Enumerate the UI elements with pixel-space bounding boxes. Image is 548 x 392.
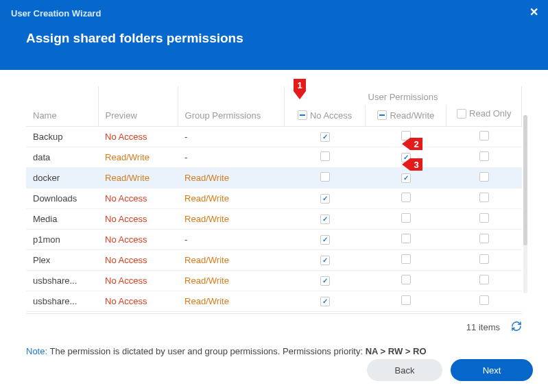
checkbox-ro[interactable] (479, 295, 489, 305)
checkbox-ro[interactable] (479, 275, 489, 284)
checkbox-na[interactable] (320, 235, 330, 245)
cell-group-permissions: Read/Write (178, 208, 284, 229)
scrollbar[interactable] (523, 115, 527, 293)
cell-group-permissions: - (178, 126, 284, 147)
table-row[interactable]: p1monNo Access- (26, 229, 522, 249)
table-body: BackupNo Access-dataRead/Write-dockerRea… (26, 126, 522, 311)
checkbox-na[interactable] (320, 194, 330, 204)
table-row[interactable]: MediaNo AccessRead/Write (26, 208, 522, 229)
table-row[interactable]: usbshare...No AccessRead/Write (26, 291, 522, 311)
back-button[interactable]: Back (367, 359, 442, 381)
cell-group-permissions: Read/Write (178, 291, 284, 311)
checkbox-rw[interactable] (401, 153, 411, 162)
cell-group-permissions: Read/Write (178, 167, 284, 188)
cell-name: Media (26, 208, 98, 229)
cell-na (285, 147, 366, 167)
col-header-read-only[interactable]: Read Only (446, 105, 522, 126)
checkbox-rw[interactable] (401, 213, 411, 223)
next-button[interactable]: Next (451, 359, 533, 381)
cell-group-permissions: Read/Write (178, 249, 284, 270)
col-header-name[interactable]: Name (26, 86, 98, 126)
checkbox-na[interactable] (320, 256, 330, 265)
checkbox-ro[interactable] (479, 234, 489, 243)
checkbox-na[interactable] (320, 276, 330, 286)
checkbox-na[interactable] (320, 132, 330, 142)
wizard-buttons: Back Next (367, 359, 533, 381)
cell-rw (366, 126, 446, 147)
header-checkbox-no-access[interactable] (298, 110, 307, 120)
cell-group-permissions: - (178, 229, 284, 249)
note-label: Note: (26, 346, 47, 356)
cell-name: p1mon (26, 229, 98, 249)
cell-group-permissions: Read/Write (178, 270, 284, 291)
cell-rw (366, 249, 446, 270)
col-header-no-access[interactable]: No Access (285, 105, 366, 126)
checkbox-ro[interactable] (479, 172, 489, 182)
checkbox-rw[interactable] (401, 193, 411, 202)
close-icon[interactable]: ✕ (529, 5, 538, 19)
page-title: Assign shared folders permissions (0, 19, 548, 46)
checkbox-na[interactable] (320, 172, 330, 182)
checkbox-ro[interactable] (479, 151, 489, 161)
col-header-user-permissions: User Permissions (285, 86, 522, 105)
scrollbar-thumb[interactable] (523, 115, 527, 245)
window-title: User Creation Wizard (0, 0, 548, 19)
checkbox-rw[interactable] (401, 131, 411, 140)
header-checkbox-read-write[interactable] (377, 110, 387, 120)
cell-na (285, 291, 366, 311)
cell-name: data (26, 147, 98, 167)
cell-ro (446, 167, 522, 188)
checkbox-ro[interactable] (479, 254, 489, 264)
cell-preview: No Access (98, 229, 178, 249)
cell-name: usbshare... (26, 270, 98, 291)
cell-name: Downloads (26, 188, 98, 208)
cell-ro (446, 147, 522, 167)
cell-rw (366, 291, 446, 311)
refresh-icon[interactable] (511, 321, 522, 334)
table-row[interactable]: DownloadsNo AccessRead/Write (26, 188, 522, 208)
checkbox-na[interactable] (320, 297, 330, 306)
table-row[interactable]: usbshare...No AccessRead/Write (26, 270, 522, 291)
checkbox-rw[interactable] (401, 254, 411, 264)
header-checkbox-read-only[interactable] (457, 109, 466, 119)
cell-preview: No Access (98, 249, 178, 270)
table-row[interactable]: dockerRead/WriteRead/Write (26, 167, 522, 188)
cell-preview: No Access (98, 188, 178, 208)
col-header-group[interactable]: Group Permissions (178, 86, 284, 126)
window-header: User Creation Wizard Assign shared folde… (0, 0, 548, 70)
checkbox-ro[interactable] (479, 213, 489, 223)
checkbox-ro[interactable] (479, 131, 489, 140)
cell-ro (446, 249, 522, 270)
cell-rw (366, 167, 446, 188)
cell-preview: No Access (98, 270, 178, 291)
cell-preview: No Access (98, 291, 178, 311)
cell-rw (366, 229, 446, 249)
cell-na (285, 188, 366, 208)
cell-ro (446, 270, 522, 291)
cell-rw (366, 147, 446, 167)
note-text: The permission is dictated by user and g… (47, 346, 366, 356)
cell-na (285, 126, 366, 147)
checkbox-rw[interactable] (401, 173, 411, 183)
checkbox-rw[interactable] (401, 295, 411, 305)
permissions-note: Note: The permission is dictated by user… (26, 346, 522, 356)
table-row[interactable]: BackupNo Access- (26, 126, 522, 147)
checkbox-ro[interactable] (479, 193, 489, 202)
cell-na (285, 208, 366, 229)
cell-group-permissions: Read/Write (178, 188, 284, 208)
checkbox-na[interactable] (320, 215, 330, 224)
cell-ro (446, 291, 522, 311)
col-header-preview[interactable]: Preview (98, 86, 178, 126)
table-row[interactable]: PlexNo AccessRead/Write (26, 249, 522, 270)
cell-group-permissions: - (178, 147, 284, 167)
cell-rw (366, 188, 446, 208)
checkbox-rw[interactable] (401, 234, 411, 243)
table-row[interactable]: dataRead/Write- (26, 147, 522, 167)
item-count: 11 items (466, 322, 500, 332)
header-label-read-only: Read Only (469, 108, 511, 119)
checkbox-rw[interactable] (401, 275, 411, 284)
cell-name: usbshare... (26, 291, 98, 311)
cell-preview: No Access (98, 208, 178, 229)
checkbox-na[interactable] (320, 151, 330, 161)
col-header-read-write[interactable]: Read/Write (366, 105, 446, 126)
